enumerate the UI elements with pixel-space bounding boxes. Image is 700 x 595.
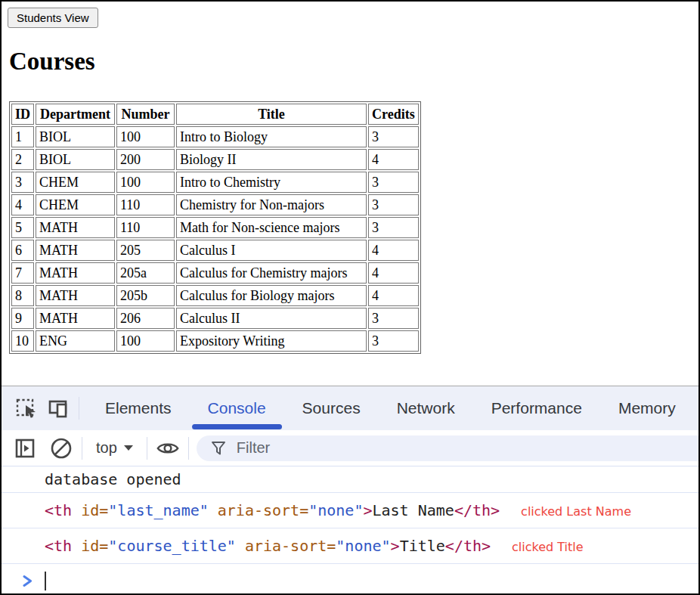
table-cell: Calculus for Biology majors [176, 285, 367, 306]
table-cell: 205b [116, 285, 175, 306]
console-token-attr: aria-sort= [209, 501, 308, 519]
console-token-plain: database opened [45, 470, 181, 488]
table-cell: Biology II [176, 149, 367, 170]
table-cell: 1 [11, 126, 34, 147]
tab-performance[interactable]: Performance [473, 386, 600, 430]
table-cell: 100 [116, 172, 175, 193]
table-cell: Calculus II [176, 308, 367, 329]
text-cursor [45, 572, 46, 590]
column-header-id[interactable]: ID [11, 104, 34, 125]
console-messages: database opened<th id="last_name" aria-s… [2, 466, 698, 593]
table-cell: 3 [11, 172, 34, 193]
console-message[interactable]: database opened [2, 466, 698, 493]
column-header-number[interactable]: Number [116, 104, 175, 125]
toolbar-separator [82, 437, 82, 460]
table-row: 4CHEM110Chemistry for Non-majors3 [11, 194, 419, 215]
console-annotation: clicked Title [512, 540, 584, 554]
table-cell: 3 [368, 126, 419, 147]
table-cell: Intro to Biology [176, 126, 367, 147]
table-cell: 6 [11, 240, 34, 261]
console-token-tag: > [391, 537, 400, 555]
console-message[interactable]: <th id="last_name" aria-sort="none">Last… [2, 493, 698, 528]
table-row: 5MATH110Math for Non-science majors3 [11, 217, 419, 238]
table-cell: 110 [116, 217, 175, 238]
table-row: 10ENG100Expository Writing3 [11, 330, 419, 352]
table-cell: Calculus I [176, 240, 367, 261]
console-token-tag: </th> [454, 501, 500, 519]
console-sidebar-icon[interactable] [12, 435, 38, 461]
console-token-tag: </th> [445, 537, 491, 555]
courses-table-header-row: IDDepartmentNumberTitleCredits [11, 104, 419, 125]
table-cell: Calculus for Chemistry majors [176, 262, 367, 284]
table-cell: MATH [36, 262, 115, 284]
table-cell: 9 [11, 308, 34, 329]
devtools-tabs: ElementsConsoleSourcesNetworkPerformance… [87, 386, 694, 430]
table-cell: 206 [116, 308, 175, 329]
devtools-tabbar: ElementsConsoleSourcesNetworkPerformance… [2, 386, 698, 430]
table-row: 9MATH206Calculus II3 [11, 308, 419, 329]
console-prompt[interactable] [2, 564, 698, 590]
tab-network[interactable]: Network [379, 386, 473, 430]
table-cell: 205a [116, 262, 175, 284]
console-token-attr: id= [81, 537, 108, 555]
table-cell: 7 [11, 262, 34, 284]
table-cell: MATH [36, 217, 115, 238]
clear-console-icon[interactable] [48, 435, 74, 461]
table-cell: 100 [116, 126, 175, 147]
console-token-attr: aria-sort= [236, 537, 336, 555]
table-cell: 2 [11, 149, 34, 170]
table-cell: 4 [368, 285, 419, 306]
table-cell: 110 [116, 194, 175, 215]
table-cell: MATH [36, 240, 115, 261]
toolbar-separator [188, 437, 189, 460]
table-cell: MATH [36, 308, 115, 329]
table-row: 2BIOL200Biology II4 [11, 149, 419, 170]
table-cell: CHEM [36, 194, 115, 215]
table-cell: 10 [11, 330, 34, 352]
tab-sources[interactable]: Sources [284, 386, 379, 430]
table-row: 3CHEM100Intro to Chemistry3 [11, 172, 419, 193]
console-token-tag: <th [45, 501, 81, 519]
students-view-button[interactable]: Students View [8, 8, 98, 28]
device-toolbar-icon[interactable] [45, 395, 71, 421]
console-token-tag: > [363, 501, 372, 519]
courses-table: IDDepartmentNumberTitleCredits 1BIOL100I… [9, 101, 421, 354]
live-expression-eye-icon[interactable] [155, 435, 181, 461]
table-cell: 4 [368, 149, 419, 170]
table-cell: 3 [368, 217, 419, 238]
web-page: Students View Courses IDDepartmentNumber… [2, 2, 698, 386]
inspect-element-icon[interactable] [14, 395, 39, 421]
table-cell: BIOL [36, 126, 115, 147]
chevron-down-icon [124, 445, 133, 451]
console-token-text: Title [400, 537, 445, 555]
console-token-tag: <th [45, 537, 81, 555]
column-header-title[interactable]: Title [176, 104, 367, 125]
tabbar-separator [79, 397, 79, 420]
tab-elements[interactable]: Elements [87, 386, 190, 430]
console-token-value: "course_title" [108, 537, 236, 555]
tab-memory[interactable]: Memory [600, 386, 694, 430]
console-token-value: "last_name" [108, 501, 208, 519]
tab-console[interactable]: Console [190, 386, 284, 430]
filter-funnel-icon [210, 440, 227, 457]
page-title: Courses [9, 48, 692, 76]
console-token-text: Last Name [373, 501, 454, 519]
table-cell: 4 [368, 262, 419, 284]
devtools-panel: ElementsConsoleSourcesNetworkPerformance… [2, 386, 698, 593]
console-token-value: "none" [336, 537, 390, 555]
column-header-credits[interactable]: Credits [368, 104, 419, 125]
table-cell: 205 [116, 240, 175, 261]
console-filter-input[interactable]: Filter [197, 435, 698, 461]
table-cell: Math for Non-science majors [176, 217, 367, 238]
table-cell: 4 [11, 194, 34, 215]
table-cell: Expository Writing [176, 330, 367, 352]
execution-context-selector[interactable]: top [90, 439, 139, 457]
browser-window: Students View Courses IDDepartmentNumber… [0, 0, 700, 595]
column-header-department[interactable]: Department [36, 104, 115, 125]
console-message[interactable]: <th id="course_title" aria-sort="none">T… [2, 528, 698, 564]
table-cell: 4 [368, 240, 419, 261]
table-cell: CHEM [36, 172, 115, 193]
toolbar-separator [147, 437, 147, 460]
table-row: 7MATH205aCalculus for Chemistry majors4 [11, 262, 419, 284]
table-row: 1BIOL100Intro to Biology3 [11, 126, 419, 147]
